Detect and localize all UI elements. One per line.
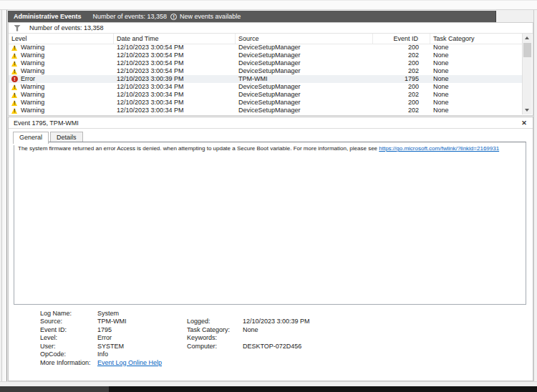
- log-name-label: Log Name:: [40, 310, 97, 317]
- user-value: SYSTEM: [97, 343, 187, 350]
- event-row[interactable]: Warning 12/10/2023 3:00:54 PM DeviceSetu…: [9, 44, 523, 52]
- logged-value: 12/10/2023 3:00:39 PM: [243, 318, 524, 325]
- new-events-icon: !: [170, 14, 177, 20]
- scrollbar-thumb[interactable]: [523, 43, 531, 57]
- event-row[interactable]: Warning 12/10/2023 3:00:34 PM DeviceSetu…: [9, 99, 523, 107]
- level-cell: Warning: [9, 91, 114, 99]
- close-icon[interactable]: [521, 119, 528, 127]
- log-name-value: System: [97, 310, 187, 317]
- task-category-cell: None: [430, 59, 523, 67]
- source-cell: DeviceSetupManager: [236, 52, 373, 59]
- new-events-label: New events available: [180, 13, 241, 20]
- events-count-label: Number of events: 13,358: [93, 13, 168, 20]
- warning-icon: [11, 53, 18, 59]
- datetime-cell: 12/10/2023 3:00:54 PM: [114, 52, 236, 59]
- window-top-edge: [0, 0, 537, 10]
- column-header-event-id[interactable]: Event ID: [373, 34, 430, 44]
- level-label: Warning: [21, 83, 44, 91]
- event-row[interactable]: Warning 12/10/2023 3:00:54 PM DeviceSetu…: [9, 52, 523, 59]
- source-label: Source:: [40, 318, 97, 325]
- scroll-up-icon[interactable]: [523, 34, 532, 42]
- event-id-cell: 202: [373, 91, 430, 99]
- events-list-panel: Number of events: 13,358 Level Date and …: [8, 22, 533, 116]
- event-id-cell: 200: [373, 44, 430, 52]
- event-detail-pane: Event 1795, TPM-WMI General Details The …: [8, 117, 533, 381]
- event-description: The system firmware returned an error Ac…: [14, 142, 526, 305]
- right-pane-edge: [533, 10, 537, 383]
- source-cell: DeviceSetupManager: [236, 99, 373, 107]
- window-bottom-edge: [0, 381, 537, 386]
- events-header-bar: Administrative Events Number of events: …: [8, 11, 496, 22]
- event-row-selected[interactable]: Error 12/10/2023 3:00:39 PM TPM-WMI 1795…: [9, 75, 523, 83]
- source-cell: DeviceSetupManager: [236, 107, 373, 114]
- task-category-label: Task Category:: [187, 326, 243, 333]
- tab-details[interactable]: Details: [50, 132, 83, 142]
- level-label: Warning: [21, 67, 44, 75]
- source-cell: DeviceSetupManager: [236, 67, 373, 75]
- keywords-label: Keywords:: [187, 334, 243, 341]
- event-row[interactable]: Warning 12/10/2023 3:00:34 PM DeviceSetu…: [9, 83, 523, 91]
- column-header-level[interactable]: Level: [9, 34, 114, 44]
- filter-icon: [14, 25, 21, 31]
- event-id-value: 1795: [97, 326, 187, 333]
- event-id-cell: 200: [373, 99, 430, 107]
- table-scrollbar[interactable]: [522, 34, 532, 114]
- datetime-cell: 12/10/2023 3:00:54 PM: [114, 59, 236, 67]
- computer-label: Computer:: [187, 343, 243, 350]
- filter-bar: Number of events: 13,358: [9, 23, 533, 34]
- task-category-value: None: [243, 326, 524, 333]
- level-cell: Warning: [9, 107, 114, 114]
- column-header-source[interactable]: Source: [236, 34, 373, 44]
- level-label: Warning: [21, 91, 44, 99]
- datetime-cell: 12/10/2023 3:00:34 PM: [114, 91, 236, 99]
- warning-icon: [11, 92, 18, 98]
- warning-icon: [11, 100, 18, 106]
- event-row[interactable]: Warning 12/10/2023 3:00:34 PM DeviceSetu…: [9, 91, 523, 99]
- opcode-label: OpCode:: [40, 351, 97, 358]
- scroll-down-icon[interactable]: [523, 106, 532, 114]
- task-category-cell: None: [430, 83, 523, 91]
- column-header-datetime[interactable]: Date and Time: [114, 34, 236, 44]
- tab-general[interactable]: General: [13, 132, 49, 144]
- datetime-cell: 12/10/2023 3:00:39 PM: [114, 75, 236, 83]
- source-cell: TPM-WMI: [236, 75, 373, 83]
- task-category-cell: None: [430, 44, 523, 52]
- level-cell: Warning: [9, 52, 114, 59]
- filter-events-count: Number of events: 13,358: [29, 24, 104, 31]
- task-category-cell: None: [430, 52, 523, 59]
- fwlink[interactable]: https://go.microsoft.com/fwlink/?linkid=…: [379, 145, 499, 152]
- task-category-cell: None: [430, 99, 523, 107]
- warning-icon: [11, 61, 18, 67]
- opcode-value: Info: [97, 351, 187, 358]
- event-properties: Log Name: System Source: TPM-WMI Logged:…: [40, 309, 524, 367]
- page-title: Administrative Events: [14, 13, 82, 20]
- level-label: Warning: [21, 52, 44, 59]
- detail-tabs: General Details: [13, 132, 84, 142]
- user-label: User:: [40, 343, 97, 350]
- level-value: Error: [97, 334, 187, 341]
- event-row[interactable]: Warning 12/10/2023 3:00:34 PM DeviceSetu…: [9, 107, 523, 114]
- error-icon: [11, 76, 18, 82]
- level-label: Warning: [21, 59, 44, 67]
- datetime-cell: 12/10/2023 3:00:34 PM: [114, 107, 236, 114]
- level-label: Warning: [21, 99, 44, 107]
- task-category-cell: None: [430, 91, 523, 99]
- console-tree-edge: [1, 10, 7, 383]
- level-cell: Warning: [9, 67, 114, 75]
- event-log-online-help-link[interactable]: Event Log Online Help: [97, 359, 524, 366]
- event-id-label: Event ID:: [40, 326, 97, 333]
- level-label: Warning: [21, 44, 44, 52]
- event-row[interactable]: Warning 12/10/2023 3:00:54 PM DeviceSetu…: [9, 59, 523, 67]
- task-category-cell: None: [430, 107, 523, 114]
- source-cell: DeviceSetupManager: [236, 44, 373, 52]
- event-id-cell: 202: [373, 107, 430, 114]
- logged-label: Logged:: [187, 318, 243, 325]
- source-cell: DeviceSetupManager: [236, 59, 373, 67]
- taskbar[interactable]: [0, 386, 537, 392]
- column-header-task-category[interactable]: Task Category: [430, 34, 523, 44]
- event-id-cell: 200: [373, 59, 430, 67]
- event-row[interactable]: Warning 12/10/2023 3:00:54 PM DeviceSetu…: [9, 67, 523, 75]
- datetime-cell: 12/10/2023 3:00:54 PM: [114, 67, 236, 75]
- source-value: TPM-WMI: [97, 318, 187, 325]
- taskbar-segment: [0, 386, 109, 392]
